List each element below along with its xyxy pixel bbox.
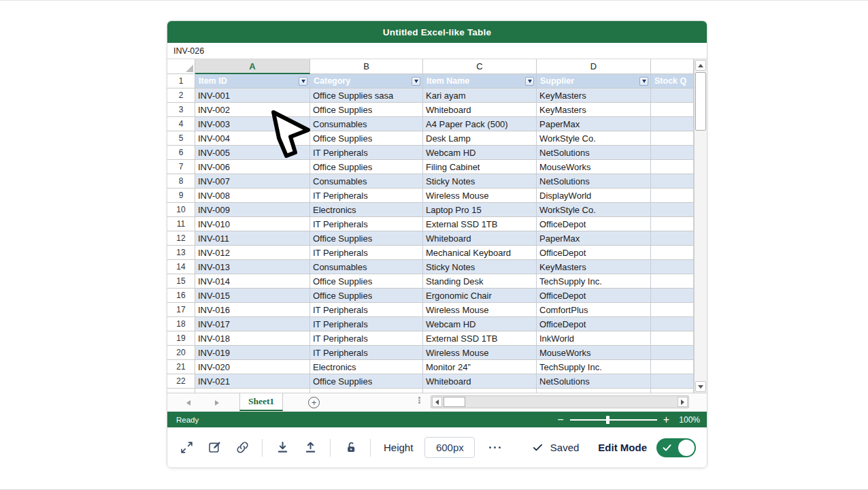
cell-category[interactable]: IT Peripherals [310, 303, 423, 317]
cell-item-id[interactable]: INV-008 [195, 189, 310, 203]
cell-category[interactable]: IT Peripherals [310, 317, 423, 331]
cell-supplier[interactable]: ComfortPlus [537, 303, 651, 317]
cell-item-name[interactable]: Standing Desk [423, 274, 537, 289]
cell-supplier[interactable]: KeyMasters [537, 260, 651, 274]
row-number[interactable]: 2 [167, 88, 195, 103]
cell-supplier[interactable]: InkWorld [537, 331, 651, 346]
cell-stock[interactable] [651, 146, 694, 160]
cell-stock[interactable] [651, 203, 694, 217]
sheet-nav-prev-button[interactable] [186, 400, 190, 406]
cell-supplier[interactable]: TechSupply Inc. [537, 274, 651, 289]
cell-item-name[interactable]: Mechanical Keyboard [423, 246, 537, 260]
row-number[interactable]: 21 [167, 360, 195, 374]
cell-item-id[interactable]: INV-018 [195, 331, 310, 346]
lock-button[interactable] [342, 440, 358, 456]
cell-item-id[interactable]: INV-013 [195, 260, 310, 274]
cell-supplier[interactable]: NetSolutions [537, 174, 651, 189]
column-header-B[interactable]: B [310, 59, 423, 74]
scroll-left-button[interactable] [432, 397, 442, 407]
row-number[interactable]: 19 [167, 331, 195, 346]
cell-item-id[interactable]: INV-021 [195, 374, 310, 389]
row-number[interactable]: 7 [167, 160, 195, 174]
cell-stock[interactable] [651, 131, 694, 146]
expand-button[interactable] [178, 440, 195, 456]
cell-item-name[interactable]: Wireless Mouse [423, 346, 537, 360]
horizontal-scrollbar[interactable] [431, 395, 689, 408]
tab-sheet1[interactable]: Sheet1 [239, 393, 283, 411]
download-button[interactable] [274, 440, 290, 456]
cell-item-name[interactable]: External SSD 1TB [423, 331, 537, 346]
cell-stock[interactable] [651, 88, 694, 103]
row-number[interactable]: 10 [167, 203, 195, 217]
cell-category[interactable]: IT Peripherals [310, 331, 423, 346]
edit-button[interactable] [206, 440, 222, 456]
cell-item-name[interactable]: External SSD 1TB [423, 217, 537, 231]
zoom-slider-thumb[interactable] [606, 416, 610, 424]
cell-item-name[interactable]: A4 Paper Pack (500) [423, 117, 537, 131]
cell-item-id[interactable]: INV-006 [195, 160, 310, 174]
cell-item-id[interactable]: INV-005 [195, 146, 310, 160]
column-header-A[interactable]: A [195, 59, 310, 74]
zoom-out-button[interactable]: − [557, 414, 563, 425]
cell-item-name[interactable]: Monitor 24” [423, 360, 537, 374]
cell-stock[interactable] [651, 189, 694, 203]
cell-item-name[interactable]: Kari ayam [423, 88, 537, 103]
cell-category[interactable]: Consumables [310, 117, 423, 131]
cell-item-name[interactable]: Desk Lamp [423, 131, 537, 146]
cell-category[interactable]: Consumables [310, 174, 423, 189]
cell-item-name[interactable]: Whiteboard [423, 103, 537, 117]
cell-item-id[interactable]: INV-015 [195, 289, 310, 303]
column-header-partial[interactable] [651, 59, 694, 74]
cell-item-id[interactable]: INV-004 [195, 131, 310, 146]
cell-supplier[interactable]: OfficeDepot [537, 289, 651, 303]
filter-button[interactable] [639, 77, 648, 86]
cell-category[interactable]: Office Supplies [310, 231, 423, 246]
cell-stock[interactable] [651, 231, 694, 246]
vertical-scroll-thumb[interactable] [695, 72, 706, 131]
cell-supplier[interactable]: OfficeDepot [537, 317, 651, 331]
cell-item-name[interactable]: Whiteboard [423, 374, 537, 389]
row-number[interactable]: 14 [167, 260, 195, 274]
scroll-down-button[interactable] [695, 381, 706, 392]
header-cell[interactable]: Item ID [195, 74, 310, 88]
cell-supplier[interactable]: KeyMasters [537, 103, 651, 117]
cell-category[interactable]: Office Supplies sasa [310, 88, 423, 103]
filter-button[interactable] [525, 77, 534, 86]
cell-category[interactable]: IT Peripherals [310, 146, 423, 160]
cell-supplier[interactable]: MouseWorks [537, 160, 651, 174]
filter-button[interactable] [299, 77, 307, 86]
cell-supplier[interactable]: OfficeDepot [537, 217, 651, 231]
row-number[interactable]: 6 [167, 146, 195, 160]
cell-supplier[interactable]: NetSolutions [537, 146, 651, 160]
cell-item-id[interactable]: INV-003 [195, 117, 310, 131]
header-cell[interactable]: Supplier [537, 74, 651, 88]
cell-stock[interactable] [651, 274, 694, 289]
cell-category[interactable]: Office Supplies [310, 274, 423, 289]
cell-stock[interactable] [651, 346, 694, 360]
cell-item-name[interactable]: Wireless Mouse [423, 189, 537, 203]
cell-item-name[interactable]: Webcam HD [423, 146, 537, 160]
cell-category[interactable]: Office Supplies [310, 131, 423, 146]
row-number[interactable]: 4 [167, 117, 195, 131]
cell-category[interactable]: Electronics [310, 203, 423, 217]
cell-item-name[interactable]: Wireless Mouse [423, 303, 537, 317]
height-input[interactable]: 600px [424, 437, 475, 458]
header-cell[interactable]: Item Name [423, 74, 537, 88]
filter-button[interactable] [412, 77, 420, 86]
cell-item-name[interactable]: Laptop Pro 15 [423, 203, 537, 217]
row-number[interactable]: 11 [167, 217, 195, 231]
row-number[interactable]: 8 [167, 174, 195, 189]
add-sheet-button[interactable]: + [308, 397, 320, 408]
cell-category[interactable]: Electronics [310, 360, 423, 374]
cell-category[interactable]: Office Supplies [310, 374, 423, 389]
row-number[interactable]: 3 [167, 103, 195, 117]
scroll-up-button[interactable] [695, 60, 706, 71]
row-number[interactable]: 18 [167, 317, 195, 331]
cell-item-id[interactable]: INV-017 [195, 317, 310, 331]
cell-stock[interactable] [651, 103, 694, 117]
cell-supplier[interactable]: DisplayWorld [537, 189, 651, 203]
cell-supplier[interactable]: OfficeDepot [537, 246, 651, 260]
cell-stock[interactable] [651, 317, 694, 331]
column-header-D[interactable]: D [537, 59, 651, 74]
sheet-nav-next-button[interactable] [215, 400, 219, 406]
